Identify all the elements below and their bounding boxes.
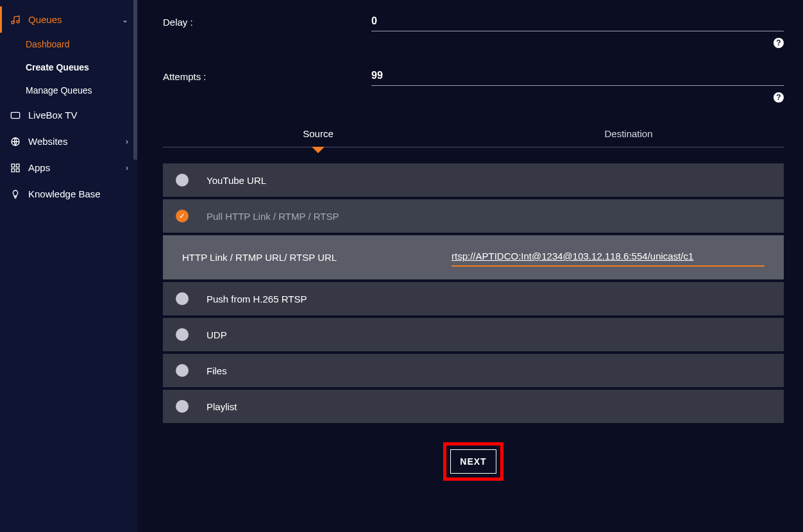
attempts-row: Attempts : ? [163, 67, 784, 103]
tab-destination[interactable]: Destination [473, 122, 784, 147]
chevron-right-icon: › [126, 137, 128, 146]
radio-unchecked-icon [176, 364, 189, 377]
source-push-h265[interactable]: Push from H.265 RTSP [163, 282, 784, 315]
svg-point-1 [17, 20, 19, 22]
chevron-right-icon: › [126, 163, 128, 172]
delay-input[interactable] [371, 13, 784, 31]
help-icon: ? [773, 38, 784, 48]
radio-unchecked-icon [176, 292, 189, 305]
source-label: Pull HTTP Link / RTMP / RTSP [207, 211, 339, 222]
attempts-label: Attempts : [163, 67, 371, 82]
source-label: YouTube URL [207, 175, 266, 186]
url-label: HTTP Link / RTMP URL/ RTSP URL [182, 252, 452, 263]
help-icon: ? [773, 92, 784, 103]
next-container: NEXT [163, 442, 784, 481]
svg-point-0 [12, 21, 14, 24]
sidebar-item-create-queues[interactable]: Create Queues [26, 56, 137, 79]
globe-icon [9, 137, 22, 147]
sidebar-item-knowledge[interactable]: Knowledge Base [0, 181, 137, 207]
source-destination-tabs: Source Destination [163, 122, 784, 147]
url-input[interactable] [452, 248, 765, 267]
attempts-input[interactable] [371, 67, 784, 86]
sidebar-item-queues[interactable]: Queues ⌄ [0, 6, 137, 33]
source-label: UDP [207, 329, 227, 340]
main-content: Delay : ? Attempts : ? Source Destinatio… [137, 0, 803, 532]
source-list: YouTube URL ✓ Pull HTTP Link / RTMP / RT… [163, 163, 784, 423]
source-label: Playlist [207, 401, 237, 412]
source-label: Push from H.265 RTSP [207, 294, 307, 304]
svg-rect-2 [11, 112, 19, 118]
delay-row: Delay : ? [163, 13, 784, 48]
sidebar-label: LiveBox TV [28, 110, 77, 121]
svg-rect-4 [12, 164, 15, 167]
sidebar-label: Queues [28, 14, 62, 25]
radio-unchecked-icon [176, 328, 189, 341]
source-youtube[interactable]: YouTube URL [163, 163, 784, 197]
delay-label: Delay : [163, 13, 371, 28]
bulb-icon [9, 189, 22, 199]
radio-unchecked-icon [176, 400, 189, 413]
delay-help[interactable]: ? [371, 37, 784, 48]
sidebar-item-dashboard[interactable]: Dashboard [26, 33, 137, 56]
sidebar: Queues ⌄ Dashboard Create Queues Manage … [0, 0, 137, 532]
radio-checked-icon: ✓ [176, 210, 189, 222]
next-highlight-box: NEXT [443, 442, 503, 481]
sidebar-item-liveboxtv[interactable]: LiveBox TV [0, 102, 137, 128]
next-button[interactable]: NEXT [450, 449, 496, 474]
radio-unchecked-icon [176, 174, 189, 187]
sidebar-label: Websites [28, 136, 67, 147]
sidebar-label: Apps [28, 162, 50, 173]
tv-icon [9, 110, 22, 121]
svg-rect-6 [12, 169, 15, 172]
grid-icon [9, 163, 22, 173]
svg-rect-5 [16, 164, 19, 167]
source-pull-http[interactable]: ✓ Pull HTTP Link / RTMP / RTSP [163, 199, 784, 233]
source-playlist[interactable]: Playlist [163, 390, 784, 423]
chevron-down-icon: ⌄ [122, 15, 128, 24]
svg-rect-7 [16, 169, 19, 172]
tab-source[interactable]: Source [163, 122, 473, 147]
sidebar-item-apps[interactable]: Apps › [0, 154, 137, 181]
attempts-help[interactable]: ? [371, 91, 784, 103]
source-label: Files [207, 365, 227, 376]
sidebar-item-manage-queues[interactable]: Manage Queues [26, 79, 137, 102]
sidebar-item-websites[interactable]: Websites › [0, 128, 137, 154]
source-udp[interactable]: UDP [163, 318, 784, 351]
source-files[interactable]: Files [163, 354, 784, 387]
sidebar-label: Knowledge Base [28, 188, 101, 199]
source-pull-detail: HTTP Link / RTMP URL/ RTSP URL [163, 235, 784, 279]
queues-submenu: Dashboard Create Queues Manage Queues [0, 33, 137, 102]
music-icon [9, 15, 22, 25]
